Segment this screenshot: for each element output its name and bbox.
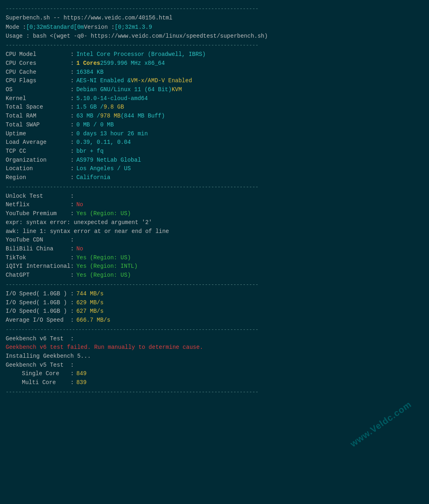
cpu-cache-colon: : xyxy=(70,68,74,77)
chatgpt-colon: : xyxy=(70,271,74,280)
youtube-row: YouTube Premium : Yes (Region: US) xyxy=(6,209,423,218)
cpu-cache-row: CPU Cache : 16384 KB xyxy=(6,68,423,77)
divider-1: ----------------------------------------… xyxy=(6,41,423,49)
load-colon: : xyxy=(70,138,74,147)
geekbench-v5-label: Geekbench v5 Test xyxy=(6,361,70,370)
version-value: [0;32m1.3.9 xyxy=(115,23,152,32)
chatgpt-value: Yes (Region: US) xyxy=(76,271,130,280)
uptime-label: Uptime xyxy=(6,130,70,139)
total-space-part1: 1.5 GB / xyxy=(76,103,103,112)
cpu-model-label: CPU Model xyxy=(6,50,70,59)
total-space-label: Total Space xyxy=(6,103,70,112)
total-ram-part1: 63 MB / xyxy=(76,112,100,121)
cpu-cores-row: CPU Cores : 1 Cores 2599.996 MHz x86_64 xyxy=(6,59,423,68)
divider-top: ----------------------------------------… xyxy=(6,5,423,13)
io1-colon: : xyxy=(70,290,74,299)
cpu-model-value: Intel Core Processor (Broadwell, IBRS) xyxy=(76,50,205,59)
unlock-test-label: Unlock Test xyxy=(6,192,70,201)
os-colon: : xyxy=(70,85,74,94)
geekbench-v6-row: Geekbench v6 Test : xyxy=(6,335,423,344)
uptime-colon: : xyxy=(70,130,74,139)
youtube-label: YouTube Premium xyxy=(6,209,70,218)
netflix-row: Netflix : No xyxy=(6,201,423,209)
single-core-label: Single Core xyxy=(22,369,70,378)
total-ram-part2: 978 MB xyxy=(100,112,120,121)
cpu-cores-rest: 2599.996 MHz x86_64 xyxy=(100,59,165,68)
netflix-value: No xyxy=(76,201,83,209)
kernel-value: 5.10.0-14-cloud-amd64 xyxy=(76,94,147,103)
io3-row: I/O Speed( 1.0GB ) : 627 MB/s xyxy=(6,307,423,316)
tiktok-colon: : xyxy=(70,254,74,263)
netflix-colon: : xyxy=(70,201,74,209)
cpu-cache-value: 16384 KB xyxy=(76,68,103,77)
geekbench-v6-label: Geekbench v6 Test xyxy=(6,335,70,344)
version-sep: Version : xyxy=(84,23,115,32)
total-space-colon: : xyxy=(70,103,74,112)
org-colon: : xyxy=(70,156,74,165)
io2-row: I/O Speed( 1.0GB ) : 629 MB/s xyxy=(6,299,423,308)
cpu-flags-part2: VM-x/AMD-V Enabled xyxy=(131,77,192,85)
io3-colon: : xyxy=(70,307,74,316)
avg-io-label: Average I/O Speed xyxy=(6,316,70,325)
youtube-cdn-colon: : xyxy=(70,236,74,245)
kernel-colon: : xyxy=(70,94,74,103)
location-row: Location : Los Angeles / US xyxy=(6,164,423,173)
load-value: 0.39, 0.11, 0.04 xyxy=(76,138,130,147)
header-line3: Usage : bash <(wget -q0- https://www.vei… xyxy=(6,32,423,41)
location-value: Los Angeles / US xyxy=(76,164,130,173)
tcp-value: bbr + fq xyxy=(76,147,103,156)
total-ram-part3: (844 MB Buff) xyxy=(121,112,165,121)
load-label: Load Average xyxy=(6,138,70,147)
bilibili-colon: : xyxy=(70,245,74,254)
chatgpt-label: ChatGPT xyxy=(6,271,70,280)
tcp-row: TCP CC : bbr + fq xyxy=(6,147,423,156)
os-part2: KVM xyxy=(172,85,182,94)
youtube-cdn-label: YouTube CDN xyxy=(6,236,70,245)
cpu-cores-label: CPU Cores xyxy=(6,59,70,68)
error-line1: expr: syntax error: unexpected argument … xyxy=(6,218,423,227)
watermark: www.Veldc.com xyxy=(347,398,414,451)
unlock-test-row: Unlock Test : xyxy=(6,192,423,201)
kernel-label: Kernel xyxy=(6,94,70,103)
iqiyi-value: Yes (Region: INTL) xyxy=(76,262,137,271)
org-value: AS979 NetLab Global xyxy=(76,156,141,165)
iqiyi-colon: : xyxy=(70,262,74,271)
cpu-cache-label: CPU Cache xyxy=(6,68,70,77)
geekbench-v6-error: Geekbench v6 test failed. Run manually t… xyxy=(6,343,423,352)
cpu-cores-bold: 1 Cores xyxy=(76,59,100,68)
tcp-colon: : xyxy=(70,147,74,156)
bilibili-value: No xyxy=(76,245,83,254)
load-row: Load Average : 0.39, 0.11, 0.04 xyxy=(6,138,423,147)
io1-row: I/O Speed( 1.0GB ) : 744 MB/s xyxy=(6,290,423,299)
region-label: Region xyxy=(6,173,70,182)
cpu-cores-colon: : xyxy=(70,59,74,68)
io2-colon: : xyxy=(70,299,74,308)
tiktok-row: TikTok : Yes (Region: US) xyxy=(6,254,423,263)
youtube-colon: : xyxy=(70,209,74,218)
multi-core-colon: : xyxy=(70,378,74,387)
cpu-model-row: CPU Model : Intel Core Processor (Broadw… xyxy=(6,50,423,59)
divider-bottom: ----------------------------------------… xyxy=(6,388,423,396)
kernel-row: Kernel : 5.10.0-14-cloud-amd64 xyxy=(6,94,423,103)
multi-core-label: Multi Core xyxy=(22,378,70,387)
divider-3: ----------------------------------------… xyxy=(6,281,423,289)
unlock-test-colon: : xyxy=(70,192,74,201)
total-swap-colon: : xyxy=(70,121,74,130)
cpu-flags-colon: : xyxy=(70,77,74,85)
total-swap-value: 0 MB / 0 MB xyxy=(76,121,113,130)
total-space-part2: 9.8 GB xyxy=(104,103,124,112)
cpu-flags-label: CPU Flags xyxy=(6,77,70,85)
divider-4: ----------------------------------------… xyxy=(6,326,423,334)
header-line1: Superbench.sh -- https://www.veidc.com/4… xyxy=(6,14,423,23)
total-space-row: Total Space : 1.5 GB / 9.8 GB xyxy=(6,103,423,112)
chatgpt-row: ChatGPT : Yes (Region: US) xyxy=(6,271,423,280)
total-ram-colon: : xyxy=(70,112,74,121)
io2-label: I/O Speed( 1.0GB ) xyxy=(6,299,70,308)
avg-io-value: 666.7 MB/s xyxy=(76,316,110,325)
os-part1: Debian GNU/Linux 11 (64 Bit) xyxy=(76,85,171,94)
youtube-cdn-row: YouTube CDN : xyxy=(6,236,423,245)
bilibili-row: BiliBili China : No xyxy=(6,245,423,254)
location-colon: : xyxy=(70,164,74,173)
io2-value: 629 MB/s xyxy=(76,299,103,308)
youtube-value: Yes (Region: US) xyxy=(76,209,130,218)
